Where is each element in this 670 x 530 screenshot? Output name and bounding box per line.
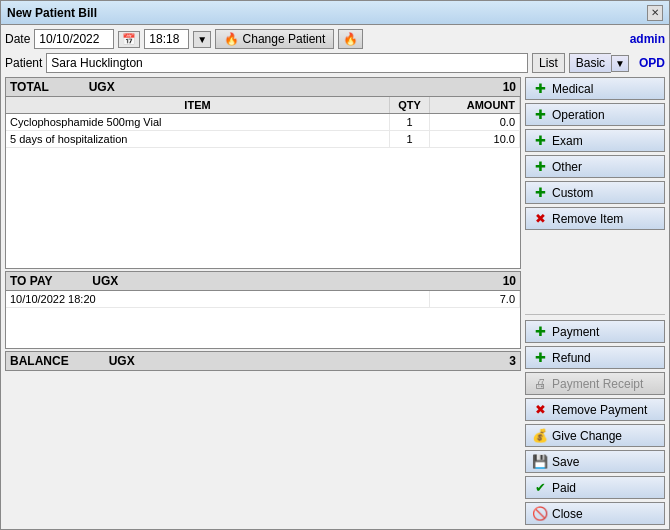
opd-label: OPD [639,56,665,70]
window-title: New Patient Bill [7,6,97,20]
balance-section: BALANCE UGX 3 [5,351,521,371]
remove-item-label: Remove Item [552,212,623,226]
remove-item-button[interactable]: ✖ Remove Item [525,207,665,230]
basic-dropdown-arrow[interactable]: ▼ [611,55,629,72]
billing-table: TOTAL UGX 10 ITEM QTY AMOUNT Cyclophosph… [5,77,521,269]
other-button[interactable]: ✚ Other [525,155,665,178]
plus-icon: ✚ [532,107,548,122]
time-input[interactable] [144,29,189,49]
payment-date: 10/10/2022 18:20 [6,291,430,307]
item-name: Cyclophosphamide 500mg Vial [6,114,390,130]
balance-value: 3 [460,352,520,370]
exam-label: Exam [552,134,583,148]
item-qty: 1 [390,114,430,130]
item-amount: 10.0 [430,131,520,147]
x-icon: ✖ [532,211,548,226]
coins-icon: 💰 [532,428,548,443]
payment-label: Payment [552,325,599,339]
balance-label: BALANCE UGX [6,352,460,370]
patient-input[interactable] [46,53,528,73]
paid-label: Paid [552,481,576,495]
table-row[interactable]: Cyclophosphamide 500mg Vial 1 0.0 [6,114,520,131]
paid-button[interactable]: ✔ Paid [525,476,665,499]
col-header-qty: QTY [390,97,430,113]
list-button[interactable]: List [532,53,565,73]
main-window: New Patient Bill ✕ Date 📅 ▼ 🔥 Change Pat… [0,0,670,530]
date-input[interactable] [34,29,114,49]
col-header-amount: AMOUNT [430,97,520,113]
payment-row[interactable]: 10/10/2022 18:20 7.0 [6,291,520,308]
to-pay-label: TO PAY UGX [6,272,460,290]
plus-icon: ✚ [532,185,548,200]
save-icon: 💾 [532,454,548,469]
give-change-button[interactable]: 💰 Give Change [525,424,665,447]
plus-icon: ✚ [532,324,548,339]
item-name: 5 days of hospitalization [6,131,390,147]
calendar-button[interactable]: 📅 [118,31,140,48]
plus-icon: ✚ [532,81,548,96]
fire-button[interactable]: 🔥 [338,29,363,49]
operation-label: Operation [552,108,605,122]
payment-receipt-label: Payment Receipt [552,377,643,391]
save-label: Save [552,455,579,469]
custom-button[interactable]: ✚ Custom [525,181,665,204]
medical-label: Medical [552,82,593,96]
table-row[interactable]: 5 days of hospitalization 1 10.0 [6,131,520,148]
payment-amount: 7.0 [430,291,520,307]
medical-button[interactable]: ✚ Medical [525,77,665,100]
remove-payment-label: Remove Payment [552,403,647,417]
date-label: Date [5,32,30,46]
col-header-item: ITEM [6,97,390,113]
basic-button[interactable]: Basic [569,53,611,73]
printer-icon: 🖨 [532,376,548,391]
close-label: Close [552,507,583,521]
total-label: TOTAL UGX [6,78,460,96]
title-bar: New Patient Bill ✕ [1,1,669,25]
exam-button[interactable]: ✚ Exam [525,129,665,152]
custom-label: Custom [552,186,593,200]
plus-icon: ✚ [532,159,548,174]
plus-icon: ✚ [532,133,548,148]
x-icon: ✖ [532,402,548,417]
close-button[interactable]: 🚫 Close [525,502,665,525]
payment-button[interactable]: ✚ Payment [525,320,665,343]
refund-button[interactable]: ✚ Refund [525,346,665,369]
refund-label: Refund [552,351,591,365]
close-window-button[interactable]: ✕ [647,5,663,21]
change-patient-button[interactable]: 🔥 Change Patient [215,29,334,49]
item-amount: 0.0 [430,114,520,130]
patient-label: Patient [5,56,42,70]
item-qty: 1 [390,131,430,147]
time-dropdown-button[interactable]: ▼ [193,31,211,48]
payment-table: TO PAY UGX 10 10/10/2022 18:20 7.0 [5,271,521,349]
separator [525,314,665,315]
close-icon: 🚫 [532,506,548,521]
save-button[interactable]: 💾 Save [525,450,665,473]
other-label: Other [552,160,582,174]
to-pay-value: 10 [460,272,520,290]
operation-button[interactable]: ✚ Operation [525,103,665,126]
give-change-label: Give Change [552,429,622,443]
plus-icon: ✚ [532,350,548,365]
remove-payment-button[interactable]: ✖ Remove Payment [525,398,665,421]
total-value: 10 [460,78,520,96]
check-icon: ✔ [532,480,548,495]
admin-label: admin [630,32,665,46]
payment-receipt-button[interactable]: 🖨 Payment Receipt [525,372,665,395]
